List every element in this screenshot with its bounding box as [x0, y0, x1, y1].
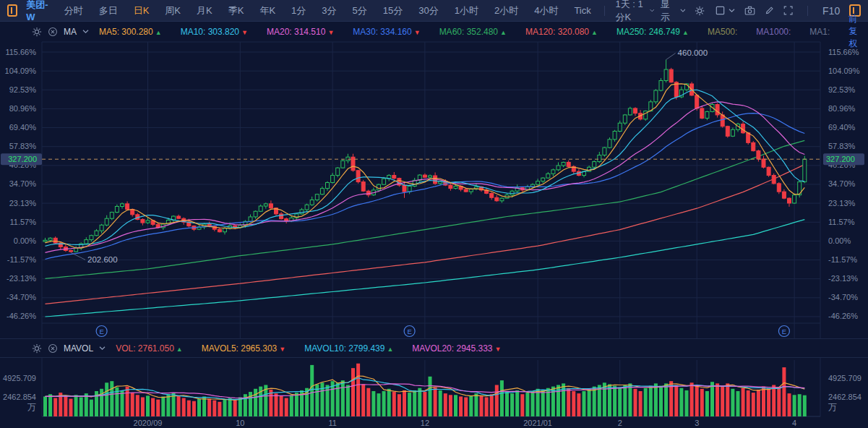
up-arrow-icon: ▲ — [387, 346, 393, 353]
x-axis-label: 2020/09 — [134, 419, 163, 427]
indicator-value: MA500: — [708, 27, 737, 37]
x-axis-label: 12 — [421, 419, 429, 427]
earnings-marker[interactable]: E — [778, 326, 789, 337]
tab-8[interactable]: 1分 — [283, 4, 314, 17]
chart-style-selector[interactable] — [715, 5, 735, 16]
tab-5[interactable]: 月K — [189, 4, 220, 17]
current-price-label: 327.200 — [826, 155, 855, 163]
price-axis-tick: 0.00% — [828, 236, 851, 245]
gear-icon[interactable] — [695, 5, 705, 17]
tab-13[interactable]: 1小时 — [447, 4, 486, 17]
indicator-name[interactable]: MA — [64, 27, 77, 37]
gear-icon[interactable] — [32, 27, 42, 37]
price-axis-tick: -46.26% — [828, 312, 858, 320]
mavol-values: VOL: 2761.050▲MAVOL5: 2965.303▼MAVOL10: … — [116, 343, 520, 354]
camera-icon[interactable] — [744, 5, 755, 16]
candlestick-chart[interactable]: 115.66%115.66%104.09%104.09%92.53%92.53%… — [0, 41, 868, 428]
mavol-controls: MAVOL — [32, 343, 106, 354]
fullscreen-icon[interactable] — [783, 5, 793, 16]
price-axis-tick: 23.13% — [9, 199, 37, 207]
display-menu[interactable]: 显示 — [661, 0, 686, 24]
tab-12[interactable]: 30分 — [411, 4, 446, 17]
x-axis-label: 10 — [236, 419, 244, 427]
period-tabs: 分时多日日K周K月K季K年K1分3分5分15分30分1小时2小时4小时Tick — [56, 4, 599, 17]
chevron-down-icon — [680, 8, 686, 13]
tab-9[interactable]: 3分 — [314, 4, 344, 17]
tab-4[interactable]: 周K — [157, 4, 189, 17]
earnings-marker[interactable]: E — [96, 326, 107, 337]
volume-axis-tick: 4925.709 — [828, 374, 861, 382]
price-axis-tick: 104.09% — [5, 67, 37, 75]
tab-10[interactable]: 5分 — [345, 4, 375, 17]
aggregation-selector[interactable]: 1天 : 1分K — [609, 0, 660, 24]
stock-symbol[interactable]: 美团-W — [26, 0, 48, 22]
gear-icon[interactable] — [32, 343, 42, 354]
adjust-mode-button[interactable]: 前复权 — [848, 13, 857, 50]
price-axis-tick: -46.26% — [7, 312, 36, 320]
indicator-value: MAVOL20: 2945.333▼ — [412, 343, 501, 354]
price-axis-tick: 0.00% — [14, 236, 36, 245]
up-arrow-icon: ▲ — [591, 29, 598, 36]
chevron-down-icon[interactable] — [99, 346, 106, 351]
tab-7[interactable]: 年K — [252, 4, 283, 17]
svg-text:E: E — [407, 328, 411, 335]
divider — [807, 6, 808, 16]
indicator-value: MAVOL10: 2799.439▲ — [304, 343, 393, 354]
indicator-value: MA250: 246.749▲ — [616, 27, 689, 37]
ma-indicator-bar: MA MA5: 300.280▲MA10: 303.820▼MA20: 314.… — [0, 22, 868, 41]
price-axis-tick: 11.57% — [10, 218, 37, 226]
ma-controls: MA — [32, 27, 89, 37]
tab-16[interactable]: Tick — [566, 5, 598, 16]
x-axis-label: 2021/01 — [523, 419, 552, 427]
x-axis-label: 4 — [792, 419, 796, 427]
chevron-down-icon — [650, 8, 654, 13]
price-axis-tick: 57.83% — [9, 142, 37, 150]
indicator-value: MA30: 334.160▼ — [353, 27, 420, 37]
down-arrow-icon: ▼ — [327, 29, 334, 36]
tab-11[interactable]: 15分 — [375, 4, 411, 17]
ma-values: MA5: 300.280▲MA10: 303.820▼MA20: 314.510… — [99, 27, 848, 37]
price-axis-tick: 11.57% — [828, 218, 855, 226]
svg-text:E: E — [99, 328, 103, 335]
indicator-value: MA60: 352.480▲ — [439, 27, 507, 37]
tab-14[interactable]: 2小时 — [486, 4, 526, 17]
price-axis-tick: -11.57% — [828, 255, 857, 264]
tab-15[interactable]: 4小时 — [526, 4, 566, 17]
aggregation-label: 1天 : 1分K — [615, 0, 646, 24]
pencil-icon[interactable] — [765, 5, 774, 16]
tab-3[interactable]: 日K — [126, 4, 158, 17]
price-axis-tick: 92.53% — [9, 85, 37, 94]
price-axis-tick: 34.70% — [9, 179, 37, 188]
indicator-value: MA20: 314.510▼ — [267, 27, 334, 37]
svg-text:E: E — [782, 328, 786, 335]
volume-unit-label: 万 — [828, 402, 837, 412]
volume-unit-label: 万 — [27, 402, 36, 412]
price-axis-tick: -23.13% — [7, 274, 36, 283]
close-icon[interactable] — [48, 27, 58, 37]
x-axis-label: 3 — [695, 419, 699, 427]
annotation-leader — [666, 54, 676, 60]
close-icon[interactable] — [48, 343, 58, 354]
indicator-value: MAVOL5: 2965.303▼ — [202, 343, 285, 354]
chevron-down-icon[interactable] — [82, 29, 89, 34]
app-logo-icon[interactable] — [7, 4, 17, 17]
up-arrow-icon: ▲ — [500, 29, 507, 36]
price-axis-tick: 115.66% — [5, 48, 36, 56]
annotation-leader — [71, 252, 85, 260]
annotation-low: 202.600 — [87, 255, 118, 264]
indicator-value: VOL: 2761.050▲ — [116, 343, 183, 354]
price-axis-tick: 57.83% — [828, 142, 856, 150]
price-axis-tick: -11.57% — [7, 255, 36, 264]
tab-6[interactable]: 季K — [220, 4, 252, 17]
ma-bar-right: 前复权 ↺ ⊖ ⊕ — [848, 13, 868, 50]
tab-1[interactable]: 分时 — [56, 4, 91, 17]
price-axis-tick: 104.09% — [828, 67, 860, 75]
tab-2[interactable]: 多日 — [91, 4, 126, 17]
indicator-name[interactable]: MAVOL — [64, 343, 93, 354]
f10-button[interactable]: F10 — [822, 5, 840, 17]
down-arrow-icon: ▼ — [414, 29, 421, 36]
volume-axis-tick: 2462.854 — [828, 393, 861, 401]
earnings-marker[interactable]: E — [404, 326, 415, 337]
down-arrow-icon: ▼ — [495, 346, 502, 353]
price-axis-tick: 80.96% — [828, 104, 856, 113]
